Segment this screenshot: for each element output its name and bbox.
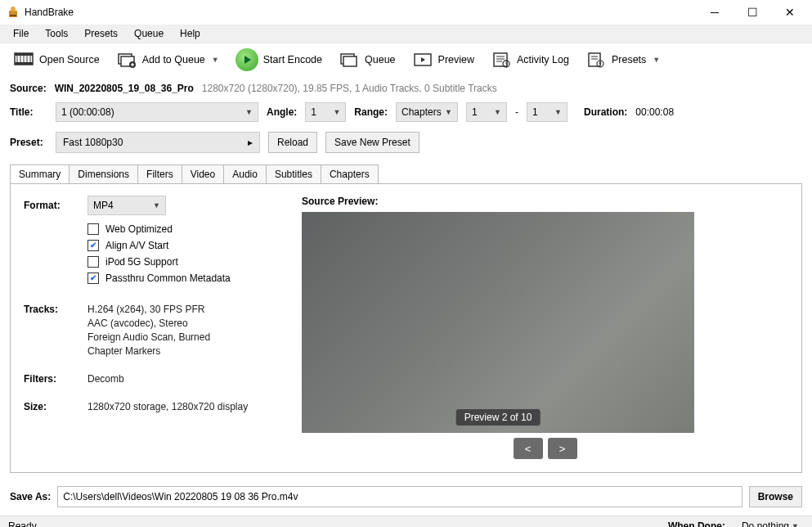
tab-subtitles[interactable]: Subtitles <box>266 164 321 183</box>
svg-rect-27 <box>589 53 600 66</box>
range-dash: - <box>515 106 518 118</box>
chevron-right-icon: ▸ <box>248 137 253 148</box>
preset-select[interactable]: Fast 1080p30 ▸ <box>56 132 260 153</box>
svg-rect-20 <box>494 53 507 66</box>
start-encode-button[interactable]: Start Encode <box>231 45 327 74</box>
start-encode-label: Start Encode <box>263 54 322 65</box>
range-label: Range: <box>354 106 388 118</box>
menu-queue[interactable]: Queue <box>126 25 172 43</box>
align-av-checkbox[interactable]: Align A/V Start <box>87 240 294 251</box>
range-type-value: Chapters <box>402 106 442 118</box>
preview-badge: Preview 2 of 10 <box>455 408 541 426</box>
title-value: 1 (00:00:08) <box>61 106 114 118</box>
presets-button[interactable]: Presets ▼ <box>581 47 665 72</box>
summary-panel: Format: MP4 ▼ Web Optimized Align A/V St… <box>10 183 802 473</box>
preview-next-button[interactable]: > <box>548 438 577 459</box>
web-optimized-label: Web Optimized <box>105 223 173 235</box>
size-label: Size: <box>24 401 79 412</box>
angle-label: Angle: <box>267 106 297 118</box>
add-to-queue-button[interactable]: Add to Queue ▼ <box>111 47 224 72</box>
preview-icon <box>412 51 433 69</box>
angle-select[interactable]: 1 ▼ <box>305 102 346 122</box>
passthru-checkbox[interactable]: Passthru Common Metadata <box>87 273 294 284</box>
reload-label: Reload <box>277 137 308 148</box>
open-source-label: Open Source <box>39 54 100 65</box>
presets-label: Presets <box>612 54 646 65</box>
status-text: Ready <box>8 520 37 527</box>
source-row: Source: WIN_20220805_19_08_36_Pro 1280x7… <box>0 76 812 97</box>
range-type-select[interactable]: Chapters ▼ <box>396 102 458 122</box>
menu-presets[interactable]: Presets <box>76 25 126 43</box>
source-preview-image: Preview 2 of 10 <box>302 212 694 433</box>
maximize-button[interactable]: ☐ <box>733 0 771 25</box>
passthru-label: Passthru Common Metadata <box>105 273 231 284</box>
range-to-value: 1 <box>532 106 538 118</box>
menu-help[interactable]: Help <box>172 25 209 43</box>
browse-button[interactable]: Browse <box>749 486 802 507</box>
format-label: Format: <box>24 200 79 211</box>
preset-value: Fast 1080p30 <box>63 137 123 148</box>
ipod-label: iPod 5G Support <box>105 256 178 268</box>
tab-chapters[interactable]: Chapters <box>321 164 379 183</box>
close-button[interactable]: ✕ <box>771 0 809 25</box>
queue-icon <box>339 51 360 69</box>
track-line: AAC (avcodec), Stereo <box>87 318 210 329</box>
svg-marker-19 <box>421 57 425 62</box>
save-as-input[interactable] <box>57 486 742 507</box>
track-line: Chapter Markers <box>87 345 210 357</box>
statusbar: Ready When Done: Do nothing ▼ <box>0 516 812 527</box>
chevron-down-icon: ▼ <box>212 56 219 64</box>
tabs: Summary Dimensions Filters Video Audio S… <box>10 164 802 183</box>
format-select[interactable]: MP4 ▼ <box>87 196 166 215</box>
title-label: Title: <box>10 106 47 118</box>
ipod-checkbox[interactable]: iPod 5G Support <box>87 256 294 268</box>
queue-button[interactable]: Queue <box>334 47 401 72</box>
open-source-button[interactable]: Open Source <box>8 47 105 72</box>
chevron-down-icon: ▼ <box>333 108 340 116</box>
checkbox-icon <box>87 256 99 268</box>
range-from-select[interactable]: 1 ▼ <box>466 102 507 122</box>
tab-summary[interactable]: Summary <box>10 164 70 183</box>
menu-tools[interactable]: Tools <box>37 25 76 43</box>
menu-file[interactable]: File <box>5 25 37 43</box>
tab-audio[interactable]: Audio <box>223 164 267 183</box>
save-new-preset-button[interactable]: Save New Preset <box>325 132 419 153</box>
web-optimized-checkbox[interactable]: Web Optimized <box>87 223 294 235</box>
checkbox-icon <box>87 223 99 235</box>
tab-filters[interactable]: Filters <box>137 164 182 183</box>
save-as-row: Save As: Browse <box>0 481 812 516</box>
svg-point-1 <box>11 7 16 11</box>
app-icon <box>7 6 20 19</box>
title-row: Title: 1 (00:00:08) ▼ Angle: 1 ▼ Range: … <box>0 97 812 127</box>
range-to-select[interactable]: 1 ▼ <box>527 102 568 122</box>
preview-title: Source Preview: <box>302 196 788 207</box>
svg-rect-17 <box>343 56 357 66</box>
activity-log-button[interactable]: Activity Log <box>486 47 574 72</box>
track-line: H.264 (x264), 30 FPS PFR <box>87 304 210 315</box>
duration-value: 00:00:08 <box>635 106 674 118</box>
tab-video[interactable]: Video <box>182 164 224 183</box>
filters-label: Filters: <box>24 373 79 385</box>
preset-row: Preset: Fast 1080p30 ▸ Reload Save New P… <box>0 127 812 158</box>
play-icon <box>236 48 258 71</box>
when-done-select[interactable]: Do nothing ▼ <box>737 516 804 527</box>
reload-button[interactable]: Reload <box>268 132 317 153</box>
preset-label: Preset: <box>10 137 47 148</box>
preview-button[interactable]: Preview <box>407 47 479 72</box>
chevron-down-icon: ▼ <box>494 108 501 116</box>
source-name: WIN_20220805_19_08_36_Pro <box>55 83 194 94</box>
queue-label: Queue <box>365 54 396 65</box>
preview-prev-button[interactable]: < <box>514 438 543 459</box>
activity-log-label: Activity Log <box>517 54 569 65</box>
minimize-button[interactable]: ─ <box>696 0 733 25</box>
menubar: File Tools Presets Queue Help <box>0 25 812 43</box>
track-line: Foreign Audio Scan, Burned <box>87 331 210 343</box>
window-title: HandBrake <box>25 7 696 18</box>
titlebar: HandBrake ─ ☐ ✕ <box>0 0 812 25</box>
film-open-icon <box>13 51 34 69</box>
title-select[interactable]: 1 (00:00:08) ▼ <box>56 102 258 122</box>
browse-label: Browse <box>758 491 793 502</box>
presets-icon <box>585 51 607 69</box>
tab-dimensions[interactable]: Dimensions <box>69 164 138 183</box>
align-av-label: Align A/V Start <box>105 240 168 251</box>
